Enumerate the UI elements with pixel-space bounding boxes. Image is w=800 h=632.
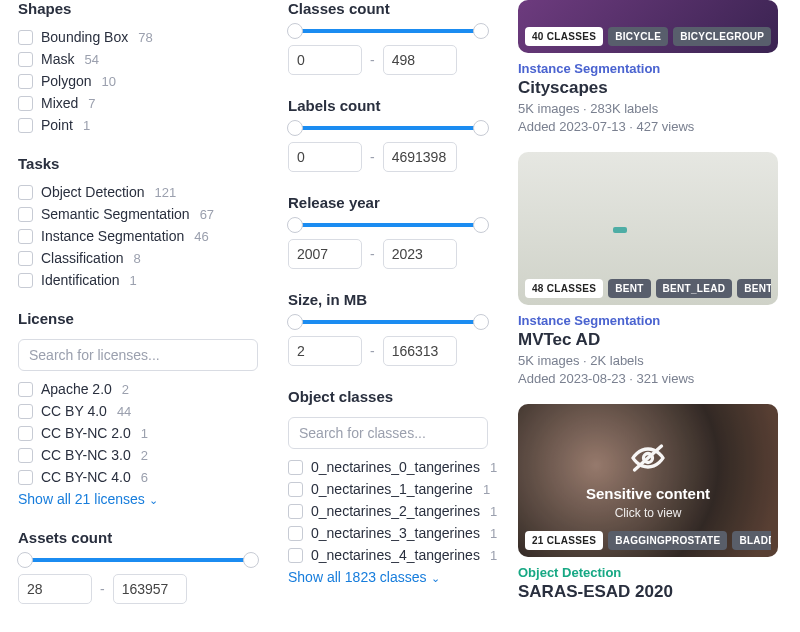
- filter-checkbox-row[interactable]: Identification1: [18, 272, 258, 288]
- filter-checkbox-row[interactable]: Polygon10: [18, 73, 258, 89]
- dataset-category-link[interactable]: Instance Segmentation: [518, 61, 778, 76]
- class-tag: BAGGINGPROSTATE: [608, 531, 727, 550]
- dataset-card[interactable]: Sensitive content Click to view 21 CLASS…: [518, 404, 778, 602]
- filter-checkbox-row[interactable]: Point1: [18, 117, 258, 133]
- filter-title: Labels count: [288, 97, 488, 114]
- filter-label: Bounding Box: [41, 29, 128, 45]
- checkbox[interactable]: [18, 404, 33, 419]
- dataset-thumbnail: 48 CLASSES BENT BENT_LEAD BENT_WIRE: [518, 152, 778, 305]
- filter-classes-count: Classes count -: [288, 0, 488, 75]
- filter-checkbox-row[interactable]: 0_nectarines_2_tangerines1: [288, 503, 488, 519]
- filter-checkbox-row[interactable]: 0_nectarines_3_tangerines1: [288, 525, 488, 541]
- class-tag: BICYCLE: [608, 27, 668, 46]
- checkbox[interactable]: [18, 229, 33, 244]
- checkbox[interactable]: [18, 52, 33, 67]
- filter-label: Semantic Segmentation: [41, 206, 190, 222]
- classes-count-slider[interactable]: [288, 29, 488, 33]
- filter-checkbox-row[interactable]: Semantic Segmentation67: [18, 206, 258, 222]
- filter-label: CC BY 4.0: [41, 403, 107, 419]
- filter-label: Polygon: [41, 73, 92, 89]
- checkbox[interactable]: [18, 96, 33, 111]
- checkbox[interactable]: [18, 273, 33, 288]
- release-year-max-input[interactable]: [383, 239, 457, 269]
- checkbox[interactable]: [18, 118, 33, 133]
- checkbox[interactable]: [18, 207, 33, 222]
- release-year-slider[interactable]: [288, 223, 488, 227]
- filter-labels-count: Labels count -: [288, 97, 488, 172]
- filter-count: 121: [155, 185, 177, 200]
- checkbox[interactable]: [288, 482, 303, 497]
- filter-checkbox-row[interactable]: CC BY 4.044: [18, 403, 258, 419]
- checkbox[interactable]: [18, 448, 33, 463]
- classes-search-input[interactable]: [288, 417, 488, 449]
- checkbox[interactable]: [288, 504, 303, 519]
- filter-label: 0_nectarines_3_tangerines: [311, 525, 480, 541]
- filter-title: Release year: [288, 194, 488, 211]
- show-all-classes-link[interactable]: Show all 1823 classes⌄: [288, 569, 488, 585]
- dataset-category-link[interactable]: Object Detection: [518, 565, 778, 580]
- labels-count-max-input[interactable]: [383, 142, 457, 172]
- classes-badge: 40 CLASSES: [525, 27, 603, 46]
- filter-label: Point: [41, 117, 73, 133]
- filter-count: 1: [490, 526, 497, 541]
- filter-title: Shapes: [18, 0, 258, 17]
- filter-checkbox-row[interactable]: 0_nectarines_0_tangerines1: [288, 459, 488, 475]
- filter-checkbox-row[interactable]: 0_nectarines_4_tangerines1: [288, 547, 488, 563]
- assets-count-slider[interactable]: [18, 558, 258, 562]
- filter-title: License: [18, 310, 258, 327]
- filter-count: 67: [200, 207, 214, 222]
- filter-count: 1: [141, 426, 148, 441]
- filter-release-year: Release year -: [288, 194, 488, 269]
- size-mb-min-input[interactable]: [288, 336, 362, 366]
- checkbox[interactable]: [18, 382, 33, 397]
- dataset-card[interactable]: 40 CLASSES BICYCLE BICYCLEGROUP BRIDGE I…: [518, 0, 778, 134]
- filter-checkbox-row[interactable]: Object Detection121: [18, 184, 258, 200]
- release-year-min-input[interactable]: [288, 239, 362, 269]
- dataset-thumbnail[interactable]: Sensitive content Click to view 21 CLASS…: [518, 404, 778, 557]
- checkbox[interactable]: [288, 526, 303, 541]
- filter-checkbox-row[interactable]: 0_nectarines_1_tangerine1: [288, 481, 488, 497]
- filter-checkbox-row[interactable]: Apache 2.02: [18, 381, 258, 397]
- dataset-category-link[interactable]: Instance Segmentation: [518, 313, 778, 328]
- filter-count: 2: [122, 382, 129, 397]
- classes-count-max-input[interactable]: [383, 45, 457, 75]
- filter-label: CC BY-NC 3.0: [41, 447, 131, 463]
- assets-count-min-input[interactable]: [18, 574, 92, 604]
- filter-checkbox-row[interactable]: Classification8: [18, 250, 258, 266]
- checkbox[interactable]: [288, 460, 303, 475]
- checkbox[interactable]: [18, 74, 33, 89]
- assets-count-max-input[interactable]: [113, 574, 187, 604]
- classes-count-min-input[interactable]: [288, 45, 362, 75]
- size-mb-slider[interactable]: [288, 320, 488, 324]
- filter-checkbox-row[interactable]: CC BY-NC 3.02: [18, 447, 258, 463]
- filter-label: Classification: [41, 250, 123, 266]
- eye-off-icon: [630, 442, 666, 481]
- filter-title: Classes count: [288, 0, 488, 17]
- checkbox[interactable]: [288, 548, 303, 563]
- dataset-added: Added 2023-08-23 · 321 views: [518, 371, 778, 386]
- filter-checkbox-row[interactable]: Instance Segmentation46: [18, 228, 258, 244]
- filter-checkbox-row[interactable]: Mask54: [18, 51, 258, 67]
- checkbox[interactable]: [18, 470, 33, 485]
- labels-count-slider[interactable]: [288, 126, 488, 130]
- filter-checkbox-row[interactable]: CC BY-NC 2.01: [18, 425, 258, 441]
- size-mb-max-input[interactable]: [383, 336, 457, 366]
- screw-image: [544, 218, 752, 240]
- dataset-stats: 5K images · 2K labels: [518, 353, 778, 368]
- checkbox[interactable]: [18, 185, 33, 200]
- filter-label: Apache 2.0: [41, 381, 112, 397]
- license-search-input[interactable]: [18, 339, 258, 371]
- filter-checkbox-row[interactable]: CC BY-NC 4.06: [18, 469, 258, 485]
- filter-label: 0_nectarines_0_tangerines: [311, 459, 480, 475]
- filter-checkbox-row[interactable]: Mixed7: [18, 95, 258, 111]
- dataset-card[interactable]: 48 CLASSES BENT BENT_LEAD BENT_WIRE Inst…: [518, 152, 778, 386]
- labels-count-min-input[interactable]: [288, 142, 362, 172]
- filter-size-mb: Size, in MB -: [288, 291, 488, 366]
- show-all-licenses-link[interactable]: Show all 21 licenses⌄: [18, 491, 258, 507]
- filter-count: 1: [490, 548, 497, 563]
- checkbox[interactable]: [18, 30, 33, 45]
- filter-title: Size, in MB: [288, 291, 488, 308]
- checkbox[interactable]: [18, 251, 33, 266]
- filter-checkbox-row[interactable]: Bounding Box78: [18, 29, 258, 45]
- checkbox[interactable]: [18, 426, 33, 441]
